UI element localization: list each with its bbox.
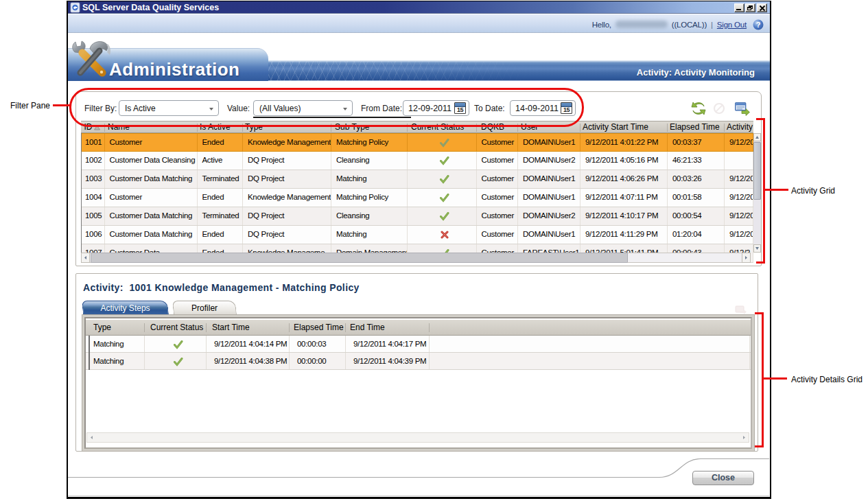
- svg-text:?: ?: [756, 21, 761, 29]
